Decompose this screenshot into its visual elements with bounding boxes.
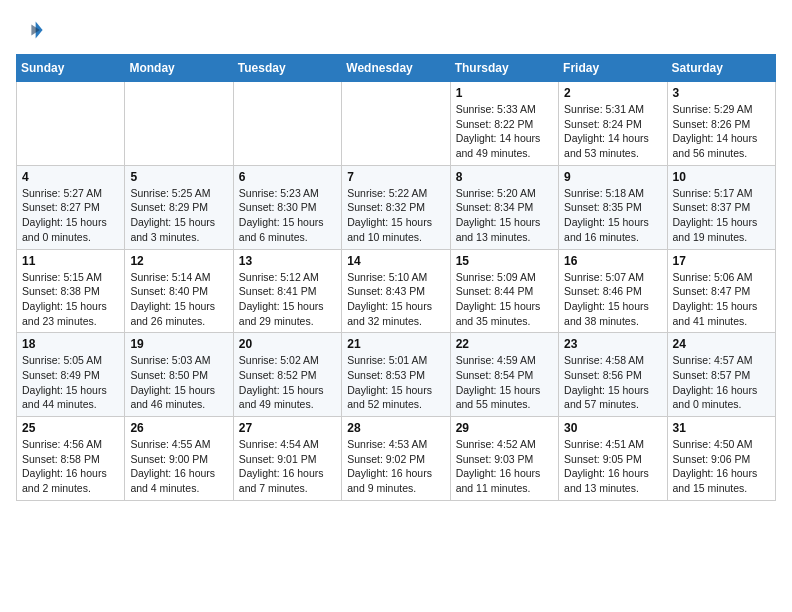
calendar-cell: 15Sunrise: 5:09 AM Sunset: 8:44 PM Dayli… [450, 249, 558, 333]
day-number: 15 [456, 254, 553, 268]
day-number: 18 [22, 337, 119, 351]
day-number: 14 [347, 254, 444, 268]
day-number: 20 [239, 337, 336, 351]
calendar-cell: 30Sunrise: 4:51 AM Sunset: 9:05 PM Dayli… [559, 417, 667, 501]
day-number: 16 [564, 254, 661, 268]
calendar-cell: 29Sunrise: 4:52 AM Sunset: 9:03 PM Dayli… [450, 417, 558, 501]
calendar-cell: 13Sunrise: 5:12 AM Sunset: 8:41 PM Dayli… [233, 249, 341, 333]
day-info: Sunrise: 4:56 AM Sunset: 8:58 PM Dayligh… [22, 437, 119, 496]
day-number: 28 [347, 421, 444, 435]
day-number: 11 [22, 254, 119, 268]
calendar-cell: 23Sunrise: 4:58 AM Sunset: 8:56 PM Dayli… [559, 333, 667, 417]
calendar-cell: 9Sunrise: 5:18 AM Sunset: 8:35 PM Daylig… [559, 165, 667, 249]
calendar-cell: 24Sunrise: 4:57 AM Sunset: 8:57 PM Dayli… [667, 333, 775, 417]
calendar-cell: 17Sunrise: 5:06 AM Sunset: 8:47 PM Dayli… [667, 249, 775, 333]
day-number: 1 [456, 86, 553, 100]
calendar-cell: 19Sunrise: 5:03 AM Sunset: 8:50 PM Dayli… [125, 333, 233, 417]
day-info: Sunrise: 5:18 AM Sunset: 8:35 PM Dayligh… [564, 186, 661, 245]
weekday-header: Thursday [450, 55, 558, 82]
day-info: Sunrise: 5:15 AM Sunset: 8:38 PM Dayligh… [22, 270, 119, 329]
calendar-week-row: 1Sunrise: 5:33 AM Sunset: 8:22 PM Daylig… [17, 82, 776, 166]
day-number: 5 [130, 170, 227, 184]
calendar-cell: 2Sunrise: 5:31 AM Sunset: 8:24 PM Daylig… [559, 82, 667, 166]
calendar-cell: 22Sunrise: 4:59 AM Sunset: 8:54 PM Dayli… [450, 333, 558, 417]
calendar-cell [233, 82, 341, 166]
day-info: Sunrise: 4:50 AM Sunset: 9:06 PM Dayligh… [673, 437, 770, 496]
weekday-header: Monday [125, 55, 233, 82]
day-number: 21 [347, 337, 444, 351]
page-header [16, 16, 776, 44]
day-number: 10 [673, 170, 770, 184]
day-info: Sunrise: 4:52 AM Sunset: 9:03 PM Dayligh… [456, 437, 553, 496]
calendar-cell: 26Sunrise: 4:55 AM Sunset: 9:00 PM Dayli… [125, 417, 233, 501]
day-info: Sunrise: 5:09 AM Sunset: 8:44 PM Dayligh… [456, 270, 553, 329]
calendar-cell: 10Sunrise: 5:17 AM Sunset: 8:37 PM Dayli… [667, 165, 775, 249]
day-info: Sunrise: 5:33 AM Sunset: 8:22 PM Dayligh… [456, 102, 553, 161]
day-info: Sunrise: 4:54 AM Sunset: 9:01 PM Dayligh… [239, 437, 336, 496]
calendar-cell: 31Sunrise: 4:50 AM Sunset: 9:06 PM Dayli… [667, 417, 775, 501]
day-info: Sunrise: 5:03 AM Sunset: 8:50 PM Dayligh… [130, 353, 227, 412]
day-number: 26 [130, 421, 227, 435]
day-info: Sunrise: 5:25 AM Sunset: 8:29 PM Dayligh… [130, 186, 227, 245]
day-info: Sunrise: 5:31 AM Sunset: 8:24 PM Dayligh… [564, 102, 661, 161]
day-info: Sunrise: 5:07 AM Sunset: 8:46 PM Dayligh… [564, 270, 661, 329]
calendar-cell: 21Sunrise: 5:01 AM Sunset: 8:53 PM Dayli… [342, 333, 450, 417]
day-info: Sunrise: 5:06 AM Sunset: 8:47 PM Dayligh… [673, 270, 770, 329]
day-info: Sunrise: 5:02 AM Sunset: 8:52 PM Dayligh… [239, 353, 336, 412]
day-number: 4 [22, 170, 119, 184]
day-number: 25 [22, 421, 119, 435]
day-info: Sunrise: 4:55 AM Sunset: 9:00 PM Dayligh… [130, 437, 227, 496]
calendar-cell: 18Sunrise: 5:05 AM Sunset: 8:49 PM Dayli… [17, 333, 125, 417]
calendar-table: SundayMondayTuesdayWednesdayThursdayFrid… [16, 54, 776, 501]
calendar-cell: 1Sunrise: 5:33 AM Sunset: 8:22 PM Daylig… [450, 82, 558, 166]
day-number: 19 [130, 337, 227, 351]
day-info: Sunrise: 5:17 AM Sunset: 8:37 PM Dayligh… [673, 186, 770, 245]
day-number: 8 [456, 170, 553, 184]
day-number: 9 [564, 170, 661, 184]
day-number: 17 [673, 254, 770, 268]
day-info: Sunrise: 5:12 AM Sunset: 8:41 PM Dayligh… [239, 270, 336, 329]
day-info: Sunrise: 4:51 AM Sunset: 9:05 PM Dayligh… [564, 437, 661, 496]
calendar-cell: 3Sunrise: 5:29 AM Sunset: 8:26 PM Daylig… [667, 82, 775, 166]
day-number: 2 [564, 86, 661, 100]
day-info: Sunrise: 5:23 AM Sunset: 8:30 PM Dayligh… [239, 186, 336, 245]
day-info: Sunrise: 5:14 AM Sunset: 8:40 PM Dayligh… [130, 270, 227, 329]
day-info: Sunrise: 4:53 AM Sunset: 9:02 PM Dayligh… [347, 437, 444, 496]
day-info: Sunrise: 5:20 AM Sunset: 8:34 PM Dayligh… [456, 186, 553, 245]
day-number: 30 [564, 421, 661, 435]
calendar-cell: 16Sunrise: 5:07 AM Sunset: 8:46 PM Dayli… [559, 249, 667, 333]
day-number: 13 [239, 254, 336, 268]
weekday-header: Saturday [667, 55, 775, 82]
calendar-cell: 6Sunrise: 5:23 AM Sunset: 8:30 PM Daylig… [233, 165, 341, 249]
day-info: Sunrise: 4:59 AM Sunset: 8:54 PM Dayligh… [456, 353, 553, 412]
calendar-cell: 20Sunrise: 5:02 AM Sunset: 8:52 PM Dayli… [233, 333, 341, 417]
day-number: 12 [130, 254, 227, 268]
weekday-header: Wednesday [342, 55, 450, 82]
calendar-cell: 4Sunrise: 5:27 AM Sunset: 8:27 PM Daylig… [17, 165, 125, 249]
day-number: 7 [347, 170, 444, 184]
calendar-header-row: SundayMondayTuesdayWednesdayThursdayFrid… [17, 55, 776, 82]
calendar-cell: 14Sunrise: 5:10 AM Sunset: 8:43 PM Dayli… [342, 249, 450, 333]
day-info: Sunrise: 5:27 AM Sunset: 8:27 PM Dayligh… [22, 186, 119, 245]
calendar-cell: 27Sunrise: 4:54 AM Sunset: 9:01 PM Dayli… [233, 417, 341, 501]
calendar-week-row: 4Sunrise: 5:27 AM Sunset: 8:27 PM Daylig… [17, 165, 776, 249]
calendar-cell: 11Sunrise: 5:15 AM Sunset: 8:38 PM Dayli… [17, 249, 125, 333]
day-info: Sunrise: 5:01 AM Sunset: 8:53 PM Dayligh… [347, 353, 444, 412]
day-number: 6 [239, 170, 336, 184]
day-info: Sunrise: 5:29 AM Sunset: 8:26 PM Dayligh… [673, 102, 770, 161]
calendar-week-row: 18Sunrise: 5:05 AM Sunset: 8:49 PM Dayli… [17, 333, 776, 417]
logo-icon [16, 16, 44, 44]
day-number: 27 [239, 421, 336, 435]
weekday-header: Sunday [17, 55, 125, 82]
calendar-cell [342, 82, 450, 166]
calendar-cell: 12Sunrise: 5:14 AM Sunset: 8:40 PM Dayli… [125, 249, 233, 333]
day-info: Sunrise: 5:10 AM Sunset: 8:43 PM Dayligh… [347, 270, 444, 329]
weekday-header: Friday [559, 55, 667, 82]
day-info: Sunrise: 4:58 AM Sunset: 8:56 PM Dayligh… [564, 353, 661, 412]
calendar-week-row: 25Sunrise: 4:56 AM Sunset: 8:58 PM Dayli… [17, 417, 776, 501]
calendar-cell: 7Sunrise: 5:22 AM Sunset: 8:32 PM Daylig… [342, 165, 450, 249]
calendar-cell [125, 82, 233, 166]
calendar-cell: 8Sunrise: 5:20 AM Sunset: 8:34 PM Daylig… [450, 165, 558, 249]
day-info: Sunrise: 4:57 AM Sunset: 8:57 PM Dayligh… [673, 353, 770, 412]
day-number: 22 [456, 337, 553, 351]
